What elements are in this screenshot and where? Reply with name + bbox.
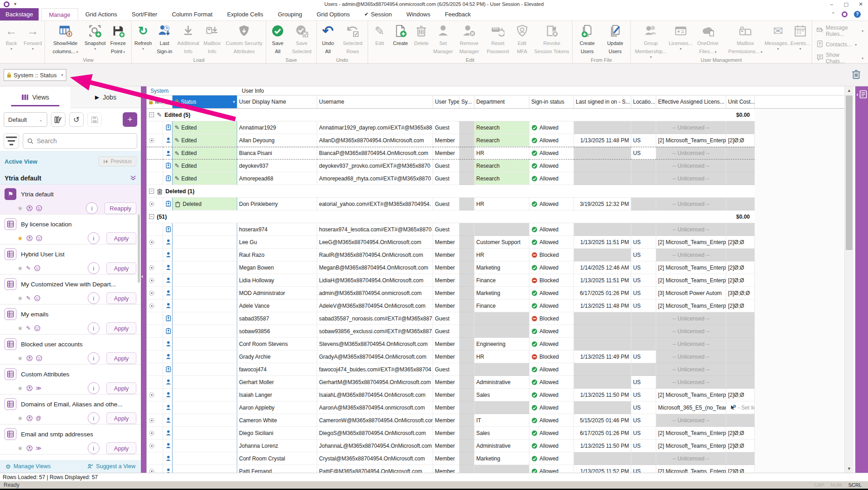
table-row[interactable]: sobaw93856 sobaw93856_exclussi.com#EXT#@… <box>147 325 755 338</box>
ribbon-button[interactable]: Edit MFA <box>512 22 533 56</box>
ribbon-tab[interactable]: Grid Options <box>309 8 357 20</box>
suggest-view-link[interactable]: Suggest a View <box>87 463 135 470</box>
view-list-item[interactable]: Custom Attributes ★ ≫ i Apply <box>0 365 141 395</box>
favorite-star-icon[interactable]: ★ <box>17 295 23 301</box>
table-row[interactable]: Adele Vance AdeleV@M365x88704954.OnMicro… <box>147 300 755 312</box>
apply-view-button[interactable]: Apply <box>106 412 136 424</box>
field-selector-combo[interactable]: System :: Status ▾ <box>4 69 66 81</box>
ribbon-button[interactable]: Custom Security Attributes <box>223 22 265 56</box>
favorite-star-icon[interactable]: ★ <box>17 355 23 361</box>
apply-view-button[interactable]: Apply <box>106 262 136 274</box>
ribbon-button[interactable]: Save Selected <box>288 22 315 56</box>
scroll-up-icon[interactable]: ▲ <box>845 86 853 95</box>
ribbon-button[interactable]: Selected Rows <box>339 22 367 56</box>
table-row[interactable]: ✎ Edited deyokev937 deyokev937_provko.co… <box>147 160 755 172</box>
view-info-button[interactable]: i <box>88 352 100 364</box>
table-row[interactable]: − (51) $0.00 <box>147 210 755 223</box>
apply-view-button[interactable]: Apply <box>106 352 136 364</box>
collapse-group-icon[interactable]: − <box>149 189 154 194</box>
ribbon-small-button[interactable]: Message Rules... ▾ <box>817 25 863 37</box>
tab-backstage[interactable]: Backstage <box>0 8 39 20</box>
ribbon-button[interactable]: Remove Manager <box>454 22 484 56</box>
table-row[interactable]: fawocoj474 fawocoj474_buides.com#EXT#@M3… <box>147 363 755 376</box>
column-header[interactable]: User Display Name <box>237 95 317 108</box>
table-row[interactable]: Lee Gu LeeG@M365x88704954.OnMicrosoft.co… <box>147 236 755 249</box>
ribbon-button[interactable]: ← Back ▾ <box>1 22 22 52</box>
column-header[interactable]: Last signed in on - S... <box>574 95 631 108</box>
ribbon-button[interactable]: OneDrive Files...▾ <box>691 22 724 56</box>
clear-grid-button[interactable] <box>852 69 861 81</box>
view-info-button[interactable]: i <box>88 322 100 334</box>
ribbon-button[interactable]: Additional Info <box>175 22 201 56</box>
save-view-button[interactable] <box>87 112 102 127</box>
table-row[interactable]: hoserax974 hoserax974_lesotica.com#EXT#@… <box>147 223 755 236</box>
table-row[interactable]: Patti Fernand PattiF@M365x88704954.OnMic… <box>147 465 755 473</box>
column-header[interactable] <box>163 95 172 108</box>
view-info-button[interactable]: i <box>88 382 100 394</box>
table-row[interactable]: Deleted Don Pinkleberry eatorial_yahoo.c… <box>147 198 755 210</box>
apply-view-button[interactable]: Apply <box>106 322 136 334</box>
favorite-star-icon[interactable]: ★ <box>17 325 23 331</box>
view-list-item[interactable]: My emails ★ ✎ i Apply <box>0 305 141 335</box>
table-row[interactable]: Grady Archie GradyA@M365x88704954.OnMicr… <box>147 350 755 363</box>
table-row[interactable]: Cameron White CameronW@M365x88704954.OnM… <box>147 414 755 427</box>
apply-view-button[interactable]: Apply <box>106 382 136 394</box>
column-header[interactable]: Sy... <box>459 95 474 108</box>
favorite-star-icon[interactable]: ★ <box>17 385 23 391</box>
ribbon-button[interactable]: → Forward ▾ <box>22 22 44 52</box>
ribbon-button[interactable]: ✉ Messages... ▾ <box>766 22 790 52</box>
apply-view-button[interactable]: Apply <box>106 292 136 304</box>
ribbon-button[interactable]: Licenses... ▾ <box>670 22 691 52</box>
ribbon-button[interactable]: ↶ Undo All <box>318 22 339 56</box>
favorite-star-icon[interactable]: ★ <box>17 445 23 451</box>
view-list-scrollbar[interactable] <box>138 215 140 283</box>
column-header[interactable]: Effective Assigned Licens... <box>656 95 726 108</box>
table-row[interactable]: sabad35587 sabad35587_noroasis.com#EXT#@… <box>147 312 755 325</box>
view-list-item[interactable]: Blocked user accounts ★ i <box>0 335 141 365</box>
favorite-star-icon[interactable]: ★ <box>17 235 23 241</box>
table-row[interactable]: ✎ Edited Annatimar1929 Annatimar1929_day… <box>147 121 755 134</box>
ribbon-button[interactable]: Snapshot ▾ <box>85 22 105 52</box>
view-info-button[interactable]: i <box>88 262 100 274</box>
view-list-item[interactable]: Hybrid User List ★ ✎ i Apply <box>0 245 141 275</box>
ribbon-button[interactable]: Revoke Session Tokens <box>533 22 571 56</box>
ribbon-button[interactable]: Create Users <box>574 22 601 56</box>
view-list-item[interactable]: ⚑ Ytria default ★ <box>0 185 141 215</box>
grid-vertical-scrollbar[interactable]: ▲ ▼ <box>844 86 853 473</box>
apply-view-button[interactable]: Apply <box>106 232 136 244</box>
column-header[interactable]: User Type <box>433 95 459 108</box>
reset-view-button[interactable]: ↺ <box>69 112 84 127</box>
ribbon-tab[interactable]: Windows <box>399 8 438 20</box>
search-input[interactable] <box>37 137 133 145</box>
column-header[interactable]: Status ▾ <box>172 95 237 108</box>
ribbon-tab[interactable]: Column Format <box>165 8 220 20</box>
favorite-star-icon[interactable]: ★ <box>17 265 23 271</box>
table-row[interactable]: − Deleted (1) <box>147 185 755 198</box>
view-info-button[interactable]: i <box>88 442 100 454</box>
column-header[interactable]: Locatio... <box>631 95 656 108</box>
column-header[interactable]: Sign-in status <box>529 95 574 108</box>
maximize-button[interactable]: ▢ <box>839 0 853 8</box>
view-list-item[interactable]: By license location ★ i <box>0 215 141 245</box>
column-header[interactable]: Department <box>474 95 529 108</box>
filter-button[interactable] <box>4 133 19 149</box>
table-row[interactable]: Conf Room Crystal Crystal@M365x88704954.… <box>147 452 755 465</box>
table-row[interactable]: Raul Razo RaulR@M365x88704954.OnMicrosof… <box>147 249 755 261</box>
scrollbar-thumb[interactable] <box>846 95 853 250</box>
column-header[interactable]: Username <box>317 95 433 108</box>
ribbon-tab[interactable]: Explode Cells <box>220 8 271 20</box>
table-row[interactable]: ✎ Edited Bianca Pisani BiancaP@M365x8870… <box>147 147 755 160</box>
add-view-button[interactable]: + <box>123 112 137 127</box>
ribbon-button[interactable]: Last Sign-in <box>154 22 175 56</box>
collapse-group-icon[interactable]: − <box>149 112 154 117</box>
ribbon-button[interactable]: Set Manager <box>432 22 454 56</box>
ribbon-button[interactable]: Events... ▾ <box>790 22 811 52</box>
panel-collapse-strip[interactable]: ‹ <box>141 86 146 473</box>
ribbon-tab[interactable]: Manage <box>41 8 78 20</box>
view-list-item[interactable]: Email and smtp addresses ★ ≫ i Apply <box>0 425 141 455</box>
collapse-ribbon-icon[interactable]: ⌃ <box>831 11 835 17</box>
scroll-down-icon[interactable]: ▼ <box>845 465 853 473</box>
preset-select[interactable]: Default ⌄ <box>4 112 47 127</box>
table-row[interactable]: ✎ Edited Allan Deyoung AllanD@M365x88704… <box>147 134 755 147</box>
tab-views[interactable]: Views <box>0 86 70 108</box>
